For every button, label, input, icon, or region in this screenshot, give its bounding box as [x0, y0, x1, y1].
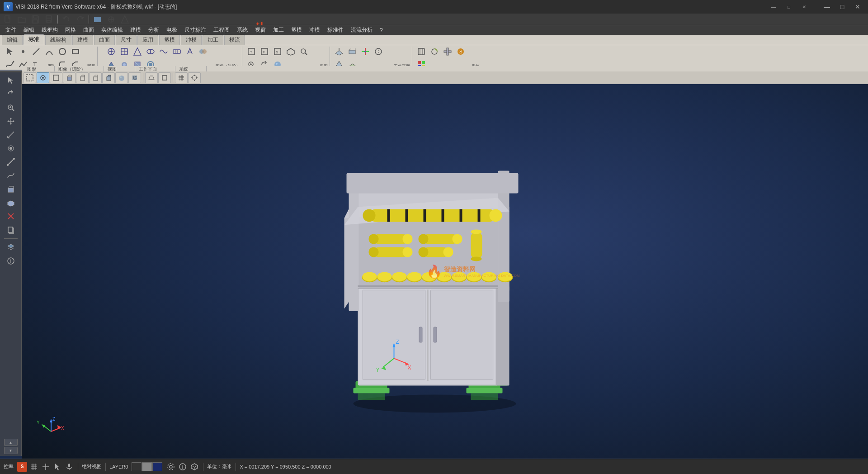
menu-view[interactable]: 视窗	[251, 25, 269, 35]
view-btn-zoom-fit[interactable]	[297, 45, 310, 58]
wp-btn-3[interactable]	[359, 45, 372, 58]
sec-btn-shade-wire[interactable]	[102, 72, 115, 83]
img-btn-4[interactable]	[144, 45, 157, 58]
redo-button[interactable]	[74, 13, 86, 26]
tab-standard[interactable]: 标准	[24, 34, 44, 45]
quick-btn-3[interactable]	[118, 13, 131, 26]
color-swatch-2[interactable]	[142, 462, 152, 471]
status-icon-3d[interactable]	[189, 462, 199, 472]
left-tool-small-1[interactable]: ▲	[4, 439, 18, 446]
left-tool-solid[interactable]	[3, 183, 19, 195]
menu-standard-parts[interactable]: 标准件	[324, 25, 347, 35]
ribbon-btn-circle[interactable]	[56, 45, 69, 58]
menu-die[interactable]: 冲模	[306, 25, 324, 35]
sec-btn-wireframe-cube[interactable]	[76, 72, 89, 83]
left-tool-rotate[interactable]	[3, 88, 19, 100]
left-tool-delete[interactable]	[3, 210, 19, 223]
menu-edit[interactable]: 编辑	[20, 25, 38, 35]
left-tool-zoom[interactable]	[3, 101, 19, 114]
menu-solid-edit[interactable]: 实体编辑	[98, 25, 127, 35]
sec-btn-point-select[interactable]	[37, 72, 49, 83]
status-icon-snap[interactable]: S	[17, 462, 27, 472]
tab-wireframe[interactable]: 线架构	[45, 35, 71, 45]
left-tool-select[interactable]	[3, 74, 19, 87]
menu-help[interactable]: ?	[376, 26, 387, 34]
sec-btn-perspective[interactable]	[145, 72, 158, 83]
ribbon-btn-spline[interactable]	[4, 58, 16, 71]
status-icon-grid[interactable]	[29, 462, 39, 472]
sec-btn-select-all[interactable]	[24, 72, 36, 83]
wp-btn-1[interactable]	[333, 45, 345, 58]
view-btn-top[interactable]: T	[245, 45, 258, 58]
status-icon-settings[interactable]	[166, 462, 176, 472]
left-tool-point[interactable]	[3, 142, 19, 155]
new-file-button[interactable]	[2, 13, 14, 26]
menu-mesh[interactable]: 网格	[61, 25, 80, 35]
left-tool-properties[interactable]: i	[3, 255, 19, 267]
quick-btn-2[interactable]	[105, 13, 118, 26]
img-btn-1[interactable]	[105, 45, 118, 58]
status-icon-ortho[interactable]	[41, 462, 51, 472]
tab-flow[interactable]: 模流	[224, 35, 245, 45]
sys-btn-4[interactable]: S	[454, 45, 467, 58]
left-tool-small-2[interactable]: ▼	[4, 447, 18, 454]
left-tool-layer[interactable]	[3, 241, 19, 254]
close-button[interactable]: ✕	[851, 2, 864, 11]
ribbon-btn-point[interactable]	[17, 45, 29, 58]
menu-analysis[interactable]: 分析	[145, 25, 163, 35]
sec-btn-hidden-line[interactable]	[89, 72, 102, 83]
inner-close-button[interactable]: ✕	[797, 2, 811, 11]
tab-modeling[interactable]: 建模	[72, 35, 93, 45]
tab-machining[interactable]: 加工	[203, 35, 223, 45]
tab-mold[interactable]: 塑模	[159, 35, 180, 45]
sec-btn-smooth[interactable]	[115, 72, 128, 83]
ribbon-btn-rect[interactable]	[69, 45, 82, 58]
status-icon-info[interactable]: i	[178, 462, 188, 472]
inner-minimize-button[interactable]: —	[767, 2, 780, 11]
tab-surface[interactable]: 曲面	[94, 35, 115, 45]
img-btn-8[interactable]	[197, 45, 209, 58]
tab-apply[interactable]: 应用	[137, 35, 158, 45]
view-btn-side[interactable]: S	[271, 45, 284, 58]
undo-button[interactable]	[60, 13, 73, 26]
status-icon-cursor[interactable]	[52, 462, 62, 472]
left-tool-line[interactable]	[3, 156, 19, 168]
img-btn-5[interactable]	[157, 45, 170, 58]
viewport[interactable]: Z Y X Y X	[22, 84, 868, 459]
save-button[interactable]	[29, 13, 42, 26]
wp-btn-4[interactable]	[372, 45, 385, 58]
color-swatch-3[interactable]	[152, 462, 162, 471]
img-btn-3[interactable]	[131, 45, 144, 58]
tab-dimension[interactable]: 尺寸	[116, 35, 137, 45]
print-button[interactable]	[42, 13, 55, 26]
sec-btn-snap[interactable]	[188, 72, 201, 83]
tab-die[interactable]: 冲模	[181, 35, 202, 45]
img-btn-2[interactable]	[118, 45, 131, 58]
menu-drawing[interactable]: 工程图	[210, 25, 233, 35]
sec-btn-solid-cube[interactable]	[63, 72, 75, 83]
minimize-button[interactable]: —	[820, 2, 834, 11]
view-btn-front[interactable]: F	[258, 45, 271, 58]
sys-btn-3[interactable]	[441, 45, 454, 58]
menu-wireframe[interactable]: 线框构	[38, 25, 61, 35]
left-tool-copy[interactable]	[3, 223, 19, 236]
sys-btn-1[interactable]	[415, 45, 428, 58]
left-tool-curve[interactable]	[3, 169, 19, 182]
menu-dimension[interactable]: 尺寸标注	[181, 25, 210, 35]
open-file-button[interactable]	[15, 13, 28, 26]
sec-btn-backfaces[interactable]	[128, 72, 141, 83]
color-swatch-1[interactable]	[132, 462, 142, 471]
inner-maximize-button[interactable]: □	[782, 2, 796, 11]
sys-btn-2[interactable]	[428, 45, 441, 58]
maximize-button[interactable]: □	[835, 2, 849, 11]
left-tool-measure[interactable]	[3, 128, 19, 141]
tab-edit[interactable]: 编辑	[2, 35, 23, 45]
left-tool-surface[interactable]	[3, 196, 19, 209]
quick-btn-1[interactable]	[91, 13, 104, 26]
sec-btn-grid[interactable]	[175, 72, 188, 83]
menu-system[interactable]: 系统	[233, 25, 251, 35]
wp-btn-2[interactable]	[346, 45, 359, 58]
img-btn-6[interactable]	[170, 45, 183, 58]
menu-machining[interactable]: 加工	[269, 25, 288, 35]
status-icon-mic[interactable]	[64, 462, 74, 472]
